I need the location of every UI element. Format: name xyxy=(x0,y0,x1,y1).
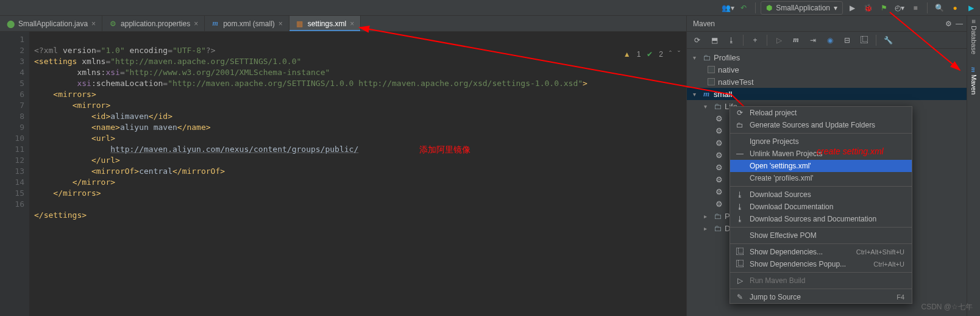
maven-panel: Maven ⚙ — ⟳ ⬒ ⭳ + ▷ m ⇥ ◉ ⊟ ⿺ 🔧 ▾ 🗀 xyxy=(686,16,967,316)
gear-icon: ⚙ xyxy=(715,187,723,196)
mi-show-deps-popup[interactable]: ⿺Show Dependencies Popup...Ctrl+Alt+U xyxy=(730,258,912,270)
maven-module-icon: m xyxy=(702,90,711,98)
tree-native[interactable]: native xyxy=(687,63,967,76)
gear-icon[interactable]: ⚙ xyxy=(945,20,952,28)
gear-icon: ⚙ xyxy=(715,175,723,184)
chevron-up-icon[interactable]: ˆ xyxy=(669,50,672,59)
mi-effective-pom[interactable]: Show Effective POM xyxy=(730,229,912,242)
tree-label: native xyxy=(718,65,739,74)
reload-icon[interactable]: ⟳ xyxy=(691,34,704,47)
tab-label: SmallApplication.java xyxy=(18,20,88,28)
rail-maven[interactable]: m Maven xyxy=(970,67,978,95)
close-icon[interactable]: × xyxy=(350,20,354,28)
download-icon: ⭳ xyxy=(735,203,745,211)
run-config-selector[interactable]: ⬢ SmallApplication ▾ xyxy=(761,1,843,15)
mi-create-profiles[interactable]: Create 'profiles.xml' xyxy=(730,172,912,184)
checkbox[interactable] xyxy=(708,66,715,73)
maven-m-icon[interactable]: m xyxy=(789,34,803,47)
xml-icon: ▦ xyxy=(296,20,304,28)
diagram-icon: ⿺ xyxy=(735,260,745,268)
annotation-add-mirror: 添加阿里镜像 xyxy=(419,144,470,155)
tab-label: application.properties xyxy=(121,20,190,28)
folder-icon: 🗀 xyxy=(702,53,711,62)
editor-body[interactable]: 12345678910111213141516 <?xml version="1… xyxy=(0,32,686,316)
tab-label: pom.xml (small) xyxy=(223,20,275,28)
mi-show-deps[interactable]: ⿺Show Dependencies...Ctrl+Alt+Shift+U xyxy=(730,246,912,258)
folder-icon: 🗀 xyxy=(713,224,722,232)
top-toolbar: 👥▾ ↶ ⬢ SmallApplication ▾ ▶ 🐞 ⚑ ◴▾ ■ 🔍 ●… xyxy=(0,0,980,16)
run-config-label: SmallApplication xyxy=(776,4,830,12)
diagram-icon[interactable]: ⿺ xyxy=(857,34,871,47)
search-icon[interactable]: 🔍 xyxy=(932,1,946,15)
chevron-down-icon: ▾ xyxy=(693,54,699,61)
tree-label: Profiles xyxy=(714,53,740,62)
target-icon[interactable]: ◉ xyxy=(823,34,837,47)
tab-small-application[interactable]: ⬤ SmallApplication.java × xyxy=(0,16,102,31)
mi-unlink[interactable]: —Unlink Maven Projects xyxy=(730,148,912,160)
close-icon[interactable]: × xyxy=(279,20,283,28)
maven-icon: m xyxy=(970,67,978,73)
generate-icon[interactable]: ⬒ xyxy=(708,34,721,47)
wrench-icon[interactable]: 🔧 xyxy=(881,34,895,47)
maven-toolbar: ⟳ ⬒ ⭳ + ▷ m ⇥ ◉ ⊟ ⿺ 🔧 xyxy=(687,32,967,49)
minimize-icon[interactable]: — xyxy=(956,20,963,28)
chevron-right-icon: ▸ xyxy=(704,225,710,232)
mi-open-settings[interactable]: Open 'settings.xml' xyxy=(730,160,912,172)
maven-title-label: Maven xyxy=(693,20,715,28)
chevron-down-icon[interactable]: ˇ xyxy=(678,50,680,59)
mi-reload[interactable]: ⟳Reload project xyxy=(730,107,912,119)
download-icon[interactable]: ⭳ xyxy=(725,34,738,47)
right-tool-rail: ≡ Database m Maven xyxy=(967,16,980,316)
tree-profiles[interactable]: ▾ 🗀 Profiles xyxy=(687,51,967,63)
stop-button[interactable]: ■ xyxy=(909,1,922,15)
collapse-icon[interactable]: ⊟ xyxy=(840,34,854,47)
chevron-right-icon: ▸ xyxy=(704,213,710,220)
tab-settings-xml[interactable]: ▦ settings.xml × xyxy=(289,16,361,31)
mi-dl-sources[interactable]: ⭳Download Sources xyxy=(730,189,912,201)
run-icon[interactable]: ▷ xyxy=(772,34,786,47)
mi-dl-both[interactable]: ⭳Download Sources and Documentation xyxy=(730,213,912,225)
gear-icon: ⚙ xyxy=(715,199,723,208)
maven-icon: m xyxy=(211,20,219,28)
back-icon[interactable]: ↶ xyxy=(737,1,750,15)
close-icon[interactable]: × xyxy=(194,20,198,28)
gear-icon: ⚙ xyxy=(715,114,723,123)
mi-ignore[interactable]: Ignore Projects xyxy=(730,135,912,148)
run-icon: ▷ xyxy=(735,276,745,285)
coverage-button[interactable]: ⚑ xyxy=(877,1,890,15)
rail-database[interactable]: ≡ Database xyxy=(970,20,978,55)
download-icon: ⭳ xyxy=(735,190,745,199)
tab-pom-xml[interactable]: m pom.xml (small) × xyxy=(205,16,289,31)
props-icon: ⚙ xyxy=(108,20,117,28)
diagram-icon: ⿺ xyxy=(735,248,745,256)
run-button[interactable]: ▶ xyxy=(845,1,859,15)
warning-icon: ▲ xyxy=(623,50,631,59)
gear-icon: ⚙ xyxy=(715,151,723,159)
user-icon[interactable]: 👥▾ xyxy=(721,1,734,15)
maven-context-menu: ⟳Reload project 🗀Generate Sources and Up… xyxy=(730,106,912,304)
add-icon[interactable]: + xyxy=(748,34,762,47)
sync-icon[interactable]: ● xyxy=(948,1,962,15)
tree-small[interactable]: ▾ m small xyxy=(687,88,967,100)
ide-icon[interactable]: ▶ xyxy=(964,1,978,15)
mi-dl-docs[interactable]: ⭳Download Documentation xyxy=(730,201,912,213)
mi-jump-source[interactable]: ✎Jump to SourceF4 xyxy=(730,291,912,303)
editor-tabs: ⬤ SmallApplication.java × ⚙ application.… xyxy=(0,16,686,32)
checkbox[interactable] xyxy=(708,78,715,85)
toggle-icon[interactable]: ⇥ xyxy=(806,34,820,47)
chevron-down-icon: ▾ xyxy=(693,91,699,98)
folder-icon: 🗀 xyxy=(713,102,722,110)
mi-generate[interactable]: 🗀Generate Sources and Update Folders xyxy=(730,119,912,131)
tree-native-test[interactable]: nativeTest xyxy=(687,76,967,88)
java-icon: ⬤ xyxy=(6,20,15,28)
tree-label: nativeTest xyxy=(718,77,754,87)
gear-icon: ⚙ xyxy=(715,163,723,171)
code-content[interactable]: <?xml version="1.0" encoding="UTF-8"?> <… xyxy=(29,32,686,316)
tab-application-properties[interactable]: ⚙ application.properties × xyxy=(102,16,205,31)
debug-button[interactable]: 🐞 xyxy=(861,1,875,15)
close-icon[interactable]: × xyxy=(91,20,96,28)
profile-button[interactable]: ◴▾ xyxy=(893,1,906,15)
reload-icon: ⟳ xyxy=(735,109,745,117)
main-area: ⬤ SmallApplication.java × ⚙ application.… xyxy=(0,16,980,316)
editor-inspection-status[interactable]: ▲1 ✔2 ˆ ˇ xyxy=(623,50,680,59)
